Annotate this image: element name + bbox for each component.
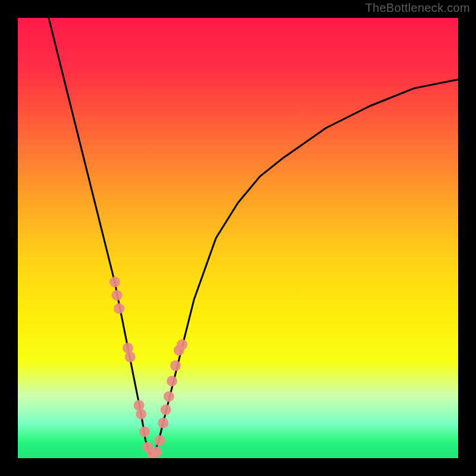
- chart-plot-area: [18, 18, 458, 458]
- curve-marker: [125, 352, 136, 362]
- curve-marker: [109, 277, 120, 287]
- optimal-band: [18, 440, 458, 458]
- curve-marker: [151, 447, 162, 458]
- background-gradient: [18, 18, 458, 458]
- curve-marker: [158, 418, 168, 428]
- curve-marker: [170, 361, 181, 371]
- curve-marker: [161, 405, 171, 415]
- chart-frame: TheBottleneck.com: [0, 0, 476, 476]
- curve-marker: [177, 339, 187, 350]
- curve-marker: [167, 376, 177, 387]
- curve-marker: [112, 290, 123, 300]
- curve-marker: [114, 303, 124, 314]
- curve-marker: [136, 409, 146, 419]
- watermark-text: TheBottleneck.com: [365, 1, 470, 15]
- curve-marker: [164, 391, 174, 402]
- chart-svg: [18, 18, 458, 458]
- curve-marker: [139, 427, 150, 437]
- curve-marker: [154, 435, 165, 446]
